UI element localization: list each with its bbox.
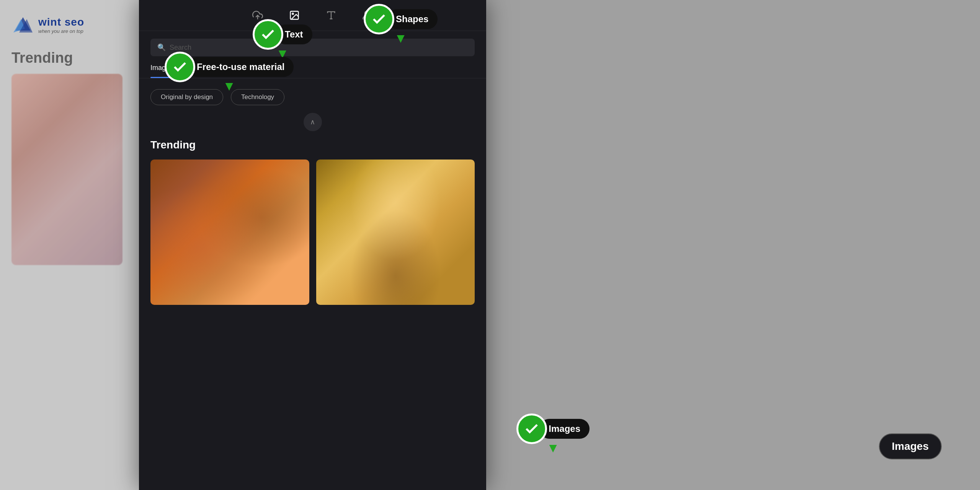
text-annotation: Text bbox=[253, 19, 312, 50]
text-checkmark bbox=[253, 19, 283, 50]
logo-icon bbox=[11, 15, 34, 34]
trending-image-people[interactable] bbox=[316, 160, 475, 305]
left-trending-label: Trending bbox=[11, 50, 130, 66]
images-annotation-right: Images bbox=[879, 433, 942, 459]
logo-area: wint seo when you are on top bbox=[11, 15, 130, 34]
free-to-use-annotation: Free-to-use material bbox=[165, 52, 294, 82]
chevron-up-icon: ∧ bbox=[310, 118, 315, 126]
filter-technology[interactable]: Technology bbox=[231, 89, 284, 105]
free-to-use-label: Free-to-use material bbox=[188, 57, 294, 77]
left-image-bg bbox=[11, 74, 122, 265]
filter-original[interactable]: Original by design bbox=[150, 89, 223, 105]
trending-title: Trending bbox=[150, 139, 475, 151]
collapse-button[interactable]: ∧ bbox=[304, 113, 322, 131]
shapes-annotation: Shapes bbox=[364, 4, 438, 34]
images-checkmark bbox=[516, 413, 547, 444]
images-right-label: Images bbox=[879, 433, 942, 459]
logo-title: wint seo bbox=[38, 16, 84, 28]
trending-image-drinks[interactable] bbox=[150, 160, 309, 305]
free-to-use-checkmark bbox=[165, 52, 195, 82]
shapes-label: Shapes bbox=[387, 9, 438, 29]
search-input[interactable]: Search bbox=[170, 44, 191, 52]
logo-subtitle: when you are on top bbox=[38, 28, 84, 34]
image-grid bbox=[150, 160, 475, 305]
collapse-section: ∧ bbox=[139, 105, 486, 139]
text-icon bbox=[324, 8, 338, 22]
shapes-checkmark bbox=[364, 4, 394, 34]
left-sidebar-blurred: wint seo when you are on top Trending bbox=[0, 0, 142, 490]
filter-pills: Original by design Technology bbox=[139, 78, 486, 105]
trending-section: Trending bbox=[139, 139, 486, 305]
images-annotation: Images bbox=[516, 413, 590, 444]
logo-text: wint seo when you are on top bbox=[38, 16, 84, 34]
svg-point-5 bbox=[292, 13, 294, 15]
search-icon: 🔍 bbox=[157, 43, 166, 52]
toolbar-text[interactable] bbox=[324, 8, 338, 22]
